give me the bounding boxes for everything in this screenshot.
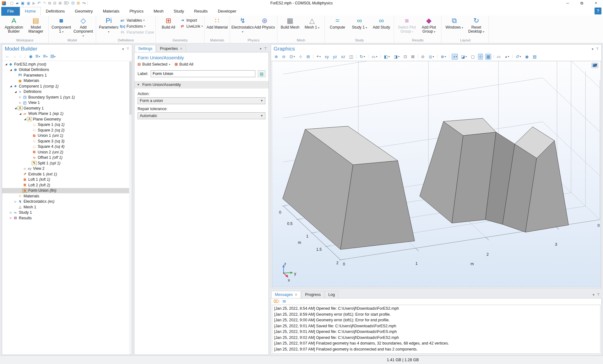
expander-icon[interactable]: ◢ bbox=[14, 107, 18, 110]
transparency-icon[interactable]: ◪▾ bbox=[460, 54, 468, 60]
pin-icon[interactable]: ⊤ bbox=[596, 47, 599, 51]
tab-progress[interactable]: Progress bbox=[302, 291, 324, 298]
refresh-plot-icon[interactable]: ↺▾ bbox=[515, 54, 522, 60]
tree-item-mesh-1[interactable]: △ Mesh 1 bbox=[2, 204, 132, 210]
section-form-union-assembly[interactable]: ▼ Form Union/Assembly bbox=[134, 81, 269, 88]
expander-icon[interactable]: ▷ bbox=[18, 96, 22, 99]
view-yz-icon[interactable]: yz bbox=[332, 54, 338, 60]
tree-item-extrude-1[interactable]: ⇗ Extrude 1 (ext 1) bbox=[2, 171, 132, 177]
minimize-button[interactable]: ─ bbox=[561, 0, 575, 6]
undo-icon[interactable]: ↶ bbox=[38, 1, 41, 5]
add-material-button[interactable]: ∷Add Material bbox=[206, 16, 228, 29]
tree-item-plane-geometry[interactable]: ◢ A Plane Geometry bbox=[2, 116, 132, 122]
select-frame-icon[interactable]: ⊡ bbox=[71, 1, 74, 5]
tab-settings[interactable]: Settings bbox=[135, 45, 156, 52]
build-selected-button[interactable]: ⊟ Build Selected▾ bbox=[138, 62, 170, 67]
application-builder-button[interactable]: AApplication Builder bbox=[3, 16, 25, 34]
show-axis-icon[interactable]: ⊹ bbox=[478, 54, 483, 60]
tree-item-root[interactable]: ◢ ◆ ForES2.mph (root) bbox=[2, 62, 132, 67]
expander-icon[interactable]: ◢ bbox=[9, 68, 13, 71]
group-select-icon[interactable]: ◨▾ bbox=[393, 54, 400, 60]
snapshot-icon[interactable]: ◉ bbox=[524, 54, 530, 60]
model-tree-node-text-icon[interactable]: ▤▾ bbox=[50, 54, 55, 59]
compute-button[interactable]: =Compute bbox=[326, 16, 348, 29]
component-1-button[interactable]: ■Component 1 ▾ bbox=[50, 16, 72, 34]
tree-scrollbar[interactable] bbox=[129, 61, 132, 355]
mesh-1-button[interactable]: △Mesh 1 ▾ bbox=[301, 16, 323, 30]
open-file-icon[interactable]: ▰ bbox=[16, 1, 19, 5]
view-hidden-icon[interactable]: ◎▾ bbox=[428, 54, 435, 60]
tree-item-loft-2[interactable]: ≣ Loft 2 (loft 2) bbox=[2, 182, 132, 188]
parameter-case-button[interactable]: PiParameter Case bbox=[120, 29, 154, 35]
expander-icon[interactable]: ◢ bbox=[4, 63, 8, 66]
model-manager-button[interactable]: ▤Model Manager bbox=[25, 16, 47, 34]
delete-icon[interactable]: ⌦ bbox=[64, 1, 69, 5]
help-button[interactable]: ? bbox=[595, 8, 601, 14]
preview-icon[interactable]: ⌖▾ bbox=[82, 1, 85, 6]
tree-item-square-1[interactable]: □ Square 1 (sq 1) bbox=[2, 122, 132, 128]
tree-item-global-definitions[interactable]: ◢ ⊕ Global Definitions bbox=[2, 67, 132, 73]
build-mesh-button[interactable]: ▦Build Mesh bbox=[279, 16, 301, 29]
copy-icon[interactable]: ⧉ bbox=[48, 1, 51, 5]
graphics-canvas[interactable]: 0 0.5 1 m 1.5 2 0 1 2 m 3 0 bbox=[272, 61, 601, 287]
action-select[interactable]: Form a union▼ bbox=[138, 97, 265, 104]
pin-icon[interactable]: ⊤ bbox=[264, 47, 267, 51]
zoom-selected-icon[interactable]: ⊞ bbox=[306, 54, 311, 60]
expander-icon[interactable]: ◢ bbox=[23, 118, 27, 120]
tab-log[interactable]: Log bbox=[325, 291, 338, 298]
tree-item-union-1[interactable]: ⧉ Union 1 (uni 1) bbox=[2, 133, 132, 139]
tree-item-view-2[interactable]: ▷ xy View 2 bbox=[2, 166, 132, 172]
label-input[interactable] bbox=[151, 70, 255, 77]
pin-icon[interactable]: ⊤ bbox=[126, 47, 129, 51]
go-back-icon[interactable]: ← bbox=[5, 54, 9, 59]
save-icon[interactable]: ▣ bbox=[21, 1, 24, 5]
tree-item-square-2[interactable]: □ Square 2 (sq 2) bbox=[2, 127, 132, 133]
tab-materials[interactable]: Materials bbox=[98, 7, 124, 16]
expander-icon[interactable]: ◢ bbox=[9, 85, 13, 88]
clip-plane-icon[interactable]: ⊗▾ bbox=[440, 54, 447, 60]
livelink-button[interactable]: ⇄LiveLink▾ bbox=[179, 23, 203, 29]
print-icon[interactable]: ▤ bbox=[532, 54, 537, 60]
reset-desktop-button[interactable]: ↻Reset Desktop ▾ bbox=[465, 16, 487, 34]
scene-light-icon[interactable]: ◑▾ bbox=[452, 54, 458, 60]
duplicate-icon[interactable]: ⊞ bbox=[58, 1, 62, 5]
tab-mesh[interactable]: Mesh bbox=[149, 7, 169, 16]
view-xy-icon[interactable]: xy bbox=[324, 54, 330, 60]
hide-selected-icon[interactable]: ⊘ bbox=[420, 54, 426, 60]
zoom-extents-icon[interactable]: ⊹ bbox=[298, 54, 303, 60]
parameters-button[interactable]: PiParameters ▾ bbox=[98, 16, 120, 34]
add-study-button[interactable]: ∞Add Study bbox=[370, 16, 392, 29]
expander-icon[interactable]: ◢ bbox=[18, 112, 22, 115]
message-log[interactable]: [Jan 25, 2022, 8:54 AM] Opened file: C:\… bbox=[272, 305, 600, 354]
expand-all-icon[interactable]: ≣▾ bbox=[43, 54, 47, 59]
hide-labels-icon[interactable]: ▭ bbox=[496, 54, 502, 60]
repair-tolerance-select[interactable]: Automatic▼ bbox=[138, 112, 265, 119]
build-all-settings-button[interactable]: ⊞ Build All bbox=[175, 62, 193, 67]
tree-item-form-union[interactable]: ⊞ Form Union (fin) bbox=[2, 188, 132, 194]
frustum-middle[interactable] bbox=[420, 118, 515, 224]
zoom-in-icon[interactable]: ⊕ bbox=[274, 54, 279, 60]
electrostatics-button[interactable]: ↯Electrostatics ▾ bbox=[231, 16, 253, 34]
tree-item-materials-global[interactable]: ◉ Materials bbox=[2, 78, 132, 84]
tab-physics[interactable]: Physics bbox=[124, 7, 149, 16]
add-component-button[interactable]: ◇Add Component ▾ bbox=[72, 16, 94, 38]
export-messages-icon[interactable]: ✉ bbox=[282, 299, 286, 304]
expander-icon[interactable]: ▷ bbox=[9, 217, 13, 219]
panel-menu-icon[interactable]: ▾ bbox=[260, 47, 262, 51]
new-file-icon[interactable]: ▢ bbox=[10, 1, 14, 5]
collapse-all-icon[interactable]: ≣▾ bbox=[35, 54, 40, 59]
scene-appearance-icon[interactable]: ▭▾ bbox=[371, 54, 378, 60]
windows-button[interactable]: ⧉Windows ▾ bbox=[443, 16, 465, 30]
panel-menu-icon[interactable]: ▾ bbox=[122, 47, 124, 51]
zoom-out-icon[interactable]: ⊖ bbox=[281, 54, 286, 60]
tree-item-loft-1[interactable]: ≣ Loft 1 (loft 1) bbox=[2, 177, 132, 183]
tab-home[interactable]: Home bbox=[20, 7, 41, 16]
tree-item-square-3[interactable]: □ Square 3 (sq 3) bbox=[2, 138, 132, 144]
study-1-button[interactable]: ∞Study 1 ▾ bbox=[348, 16, 370, 30]
wireframe-icon[interactable]: ▢ bbox=[470, 54, 475, 60]
tab-properties[interactable]: Properties✕ bbox=[156, 45, 186, 52]
move-up-icon[interactable]: ↑ bbox=[19, 54, 21, 59]
variables-button[interactable]: a=Variables▾ bbox=[120, 17, 154, 23]
save-as-icon[interactable]: ▣ bbox=[27, 1, 30, 5]
create-named-selection-icon[interactable]: ▤ bbox=[258, 70, 265, 77]
